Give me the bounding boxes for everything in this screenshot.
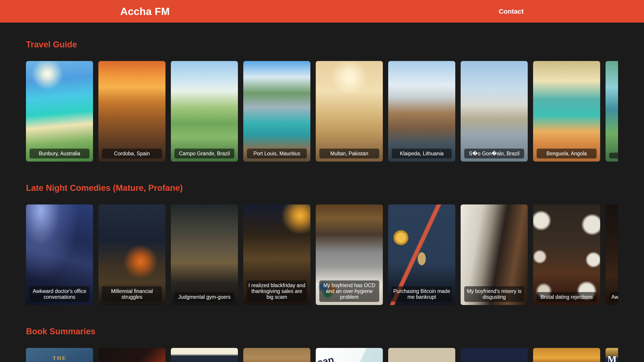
card-caption: Cordoba, Spain (102, 149, 162, 158)
card-image (98, 348, 166, 362)
travel-card[interactable]: Port Louis, Mauritius (243, 61, 310, 162)
card-image (26, 61, 93, 162)
book-card[interactable] (533, 348, 600, 362)
book-card[interactable] (461, 348, 528, 362)
card-caption: Brutal dating rejections (537, 292, 596, 302)
card-image (461, 348, 528, 362)
card-caption: My boyfriend has OCD and an over-hygiene… (319, 281, 379, 302)
card-caption (609, 153, 618, 158)
book-card[interactable] (98, 348, 166, 362)
book-card[interactable] (171, 348, 238, 362)
card-image (316, 61, 383, 162)
book-card[interactable]: THE EMOTIONAL (26, 348, 93, 362)
travel-card[interactable]: S�o Gon�alo, Brazil (461, 61, 528, 162)
comedy-card[interactable]: Judgmental gym-goers (171, 204, 238, 305)
card-caption: Bunbury, Australia (30, 149, 90, 158)
app-title[interactable]: Accha FM (120, 5, 170, 17)
travel-card[interactable] (606, 61, 618, 162)
card-image (171, 204, 238, 305)
comedy-card[interactable]: My boyfriend has OCD and an over-hygiene… (316, 204, 383, 305)
card-caption: Purchasing Bitcoin made me bankrupt (392, 286, 452, 302)
card-caption: Port Louis, Mauritius (247, 149, 307, 158)
card-caption: Klaipeda, Lithuania (392, 149, 452, 158)
card-image (533, 204, 600, 305)
book-cover-text: MI (607, 354, 618, 362)
card-image (461, 61, 528, 162)
card-caption: Millennial financial struggles (102, 286, 162, 302)
comedy-card[interactable]: Brutal dating rejections (533, 204, 600, 305)
card-caption: My boyfriend's misery is disgusting (464, 286, 524, 302)
card-caption: Aw (609, 292, 618, 302)
card-caption: Multan, Pakistan (319, 149, 379, 158)
nav-link-contact[interactable]: Contact (499, 7, 524, 15)
card-caption: S�o Gon�alo, Brazil (464, 149, 524, 158)
card-image (171, 61, 238, 162)
card-image (533, 348, 600, 362)
section-title: Travel Guide (26, 40, 618, 49)
travel-card[interactable]: Cordoba, Spain (98, 61, 166, 162)
card-image (388, 348, 455, 362)
travel-card[interactable]: Campo Grande, Brazil (171, 61, 238, 162)
comedy-row: Awkward doctor's office conversations Mi… (26, 204, 618, 305)
section-travel: Travel Guide Bunbury, Australia Cordoba,… (26, 40, 618, 162)
card-image (533, 61, 600, 162)
section-title: Late Night Comedies (Mature, Profane) (26, 184, 618, 192)
travel-row: Bunbury, Australia Cordoba, Spain Campo … (26, 61, 618, 162)
comedy-card[interactable]: Awkward doctor's office conversations (26, 204, 93, 305)
travel-card[interactable]: Benguela, Angola (533, 61, 600, 162)
book-card[interactable]: can (316, 348, 383, 362)
card-caption: I realized blackfriday and thanksgiving … (247, 281, 307, 302)
comedy-card[interactable]: Millennial financial struggles (98, 204, 166, 305)
card-caption: Awkward doctor's office conversations (30, 286, 90, 302)
book-row: THE EMOTIONAL can MI (26, 348, 618, 362)
book-card[interactable] (243, 348, 310, 362)
card-image (243, 61, 310, 162)
card-image (606, 61, 618, 162)
card-image (243, 348, 310, 362)
header-inner: Accha FM Contact (120, 0, 524, 22)
main-content: Travel Guide Bunbury, Australia Cordoba,… (26, 40, 618, 362)
card-caption: Campo Grande, Brazil (174, 149, 234, 158)
book-card[interactable]: MI (606, 348, 618, 362)
section-comedy: Late Night Comedies (Mature, Profane) Aw… (26, 184, 618, 305)
book-cover-text: THE EMOTIONAL (26, 355, 93, 362)
card-image (171, 348, 238, 362)
comedy-card[interactable]: Purchasing Bitcoin made me bankrupt (388, 204, 455, 305)
travel-card[interactable]: Bunbury, Australia (26, 61, 93, 162)
card-image (98, 61, 166, 162)
card-image (388, 61, 455, 162)
app-header: Accha FM Contact (0, 0, 644, 22)
card-caption: Judgmental gym-goers (174, 292, 234, 302)
comedy-card[interactable]: I realized blackfriday and thanksgiving … (243, 204, 310, 305)
travel-card[interactable]: Klaipeda, Lithuania (388, 61, 455, 162)
card-caption: Benguela, Angola (537, 149, 596, 158)
travel-card[interactable]: Multan, Pakistan (316, 61, 383, 162)
comedy-card[interactable]: My boyfriend's misery is disgusting (461, 204, 528, 305)
section-title: Book Summaries (26, 327, 618, 336)
section-book: Book Summaries THE EMOTIONAL can (26, 327, 618, 362)
card-image (606, 204, 618, 305)
book-card[interactable] (388, 348, 455, 362)
comedy-card[interactable]: Aw (606, 204, 618, 305)
